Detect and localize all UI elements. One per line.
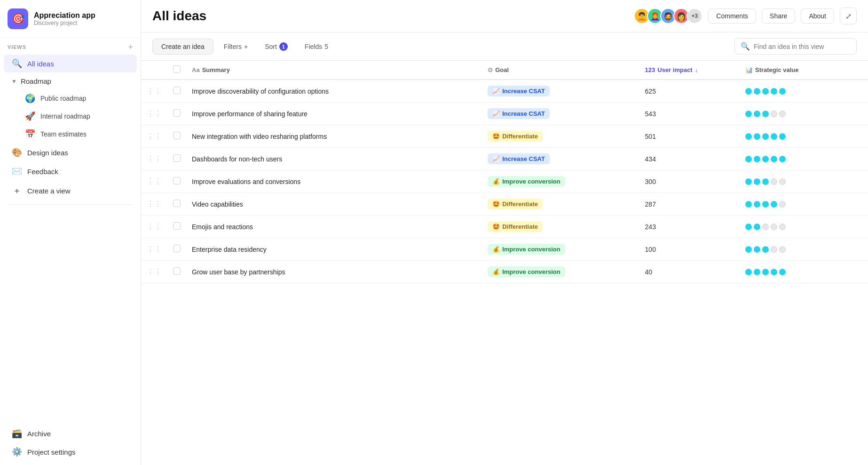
- th-impact-label: User impact: [657, 66, 692, 73]
- comments-button[interactable]: Comments: [708, 8, 756, 24]
- drag-cell: ⋮⋮: [141, 103, 167, 125]
- share-button[interactable]: Share: [762, 8, 795, 24]
- goal-badge[interactable]: 💰 Improve conversion: [488, 176, 565, 187]
- th-strategic[interactable]: 📊 Strategic value: [740, 61, 868, 80]
- drag-handle-icon[interactable]: ⋮⋮: [147, 132, 162, 140]
- idea-summary[interactable]: Improve evaluations and conversions: [192, 178, 300, 185]
- public-roadmap-icon: 🌍: [24, 93, 36, 104]
- row-checkbox[interactable]: [173, 109, 181, 117]
- goal-badge[interactable]: 📈 Increase CSAT: [488, 153, 550, 164]
- dot-filled: [771, 201, 777, 208]
- drag-cell: ⋮⋮: [141, 148, 167, 170]
- drag-handle-icon[interactable]: ⋮⋮: [147, 223, 162, 231]
- toolbar: Create an idea Filters + Sort 1 Fields 5…: [141, 32, 868, 61]
- sidebar-item-public-roadmap[interactable]: 🌍 Public roadmap: [4, 90, 137, 107]
- search-box[interactable]: 🔍: [734, 38, 857, 55]
- summary-cell: Dashboards for non-tech users: [186, 148, 482, 170]
- sidebar-item-archive[interactable]: 🗃️ Archive: [4, 425, 137, 442]
- dots-group: [745, 201, 862, 208]
- ideas-table: Aa Summary ⊙ Goal 123 User impact: [141, 61, 868, 283]
- dots-group: [745, 224, 862, 230]
- drag-handle-icon[interactable]: ⋮⋮: [147, 87, 162, 95]
- dot-filled: [762, 246, 769, 253]
- filters-button[interactable]: Filters +: [217, 40, 254, 54]
- idea-summary[interactable]: Emojis and reactions: [192, 223, 253, 231]
- sidebar-item-all-ideas[interactable]: 🔍 All ideas: [4, 55, 137, 72]
- drag-handle-icon[interactable]: ⋮⋮: [147, 110, 162, 118]
- drag-handle-icon[interactable]: ⋮⋮: [147, 268, 162, 276]
- row-checkbox[interactable]: [173, 267, 181, 275]
- th-summary[interactable]: Aa Summary: [186, 61, 482, 80]
- table-row[interactable]: ⋮⋮ Emojis and reactions 🤩 Differentiate …: [141, 216, 868, 238]
- idea-summary[interactable]: Dashboards for non-tech users: [192, 155, 282, 163]
- search-input[interactable]: [754, 43, 851, 50]
- row-checkbox[interactable]: [173, 177, 181, 184]
- th-impact[interactable]: 123 User impact ↓: [639, 61, 740, 80]
- sidebar-item-team-estimates[interactable]: 📅 Team estimates: [4, 126, 137, 143]
- table-row[interactable]: ⋮⋮ Video capabilities 🤩 Differentiate 28…: [141, 193, 868, 216]
- goal-emoji: 📈: [492, 155, 500, 162]
- sort-button[interactable]: Sort 1: [258, 39, 294, 54]
- table-row[interactable]: ⋮⋮ Dashboards for non-tech users 📈 Incre…: [141, 148, 868, 170]
- dot-filled: [762, 178, 769, 185]
- goal-badge[interactable]: 🤩 Differentiate: [488, 199, 543, 209]
- drag-handle-icon[interactable]: ⋮⋮: [147, 245, 162, 253]
- goal-label: Increase CSAT: [502, 110, 545, 117]
- impact-value: 625: [645, 88, 656, 95]
- dot-filled: [762, 133, 769, 140]
- goal-badge[interactable]: 📈 Increase CSAT: [488, 86, 550, 96]
- sidebar-bottom: 🗃️ Archive ⚙️ Project settings: [0, 424, 141, 465]
- goal-emoji: 🤩: [492, 223, 500, 230]
- dot-filled: [754, 133, 760, 140]
- sidebar-item-design-ideas[interactable]: 🎨 Design ideas: [4, 144, 137, 161]
- idea-summary[interactable]: New integration with video resharing pla…: [192, 133, 327, 140]
- goal-badge[interactable]: 🤩 Differentiate: [488, 131, 543, 142]
- idea-summary[interactable]: Video capabilities: [192, 200, 243, 208]
- goal-cell: 💰 Improve conversion: [482, 238, 639, 261]
- dot-filled: [745, 111, 752, 117]
- goal-badge[interactable]: 📈 Increase CSAT: [488, 108, 550, 119]
- table-row[interactable]: ⋮⋮ Improve evaluations and conversions 💰…: [141, 170, 868, 193]
- goal-badge[interactable]: 💰 Improve conversion: [488, 244, 565, 255]
- sidebar-item-internal-roadmap[interactable]: 🚀 Internal roadmap: [4, 108, 137, 125]
- fields-button[interactable]: Fields 5: [298, 40, 335, 54]
- sidebar-item-feedback[interactable]: ✉️ Feedback: [4, 162, 137, 180]
- table-row[interactable]: ⋮⋮ Improve discoverability of configurat…: [141, 80, 868, 103]
- drag-handle-icon[interactable]: ⋮⋮: [147, 200, 162, 208]
- dots-group: [745, 111, 862, 117]
- create-idea-button[interactable]: Create an idea: [152, 39, 213, 55]
- design-ideas-label: Design ideas: [27, 149, 68, 157]
- table-row[interactable]: ⋮⋮ New integration with video resharing …: [141, 125, 868, 148]
- row-checkbox[interactable]: [173, 154, 181, 162]
- sidebar-roadmap-group[interactable]: ▼ Roadmap: [4, 73, 137, 89]
- sort-arrow-icon: ↓: [695, 66, 698, 73]
- table-row[interactable]: ⋮⋮ Improve performance of sharing featur…: [141, 103, 868, 125]
- expand-button[interactable]: ⤢: [840, 8, 857, 24]
- row-checkbox[interactable]: [173, 245, 181, 252]
- idea-summary[interactable]: Grow user base by partnerships: [192, 268, 285, 276]
- sidebar-item-project-settings[interactable]: ⚙️ Project settings: [4, 443, 137, 461]
- idea-summary[interactable]: Improve performance of sharing feature: [192, 110, 308, 118]
- row-checkbox[interactable]: [173, 222, 181, 230]
- drag-handle-icon[interactable]: ⋮⋮: [147, 155, 162, 163]
- goal-badge[interactable]: 🤩 Differentiate: [488, 221, 543, 232]
- th-drag: [141, 61, 167, 80]
- sidebar-item-create-view[interactable]: ＋ Create a view: [4, 181, 137, 200]
- header-checkbox[interactable]: [173, 65, 181, 73]
- goal-emoji: 📈: [492, 88, 500, 95]
- idea-summary[interactable]: Enterprise data residency: [192, 246, 267, 253]
- impact-cell: 100: [639, 238, 740, 261]
- idea-summary[interactable]: Improve discoverability of configuration…: [192, 88, 329, 95]
- row-checkbox[interactable]: [173, 200, 181, 207]
- drag-handle-icon[interactable]: ⋮⋮: [147, 177, 162, 185]
- row-checkbox[interactable]: [173, 132, 181, 139]
- page-title: All ideas: [152, 8, 628, 24]
- table-row[interactable]: ⋮⋮ Grow user base by partnerships 💰 Impr…: [141, 261, 868, 283]
- dot-filled: [779, 156, 786, 162]
- add-view-icon[interactable]: +: [128, 43, 133, 51]
- goal-badge[interactable]: 💰 Improve conversion: [488, 266, 565, 277]
- table-row[interactable]: ⋮⋮ Enterprise data residency 💰 Improve c…: [141, 238, 868, 261]
- th-goal[interactable]: ⊙ Goal: [482, 61, 639, 80]
- about-button[interactable]: About: [801, 8, 834, 24]
- row-checkbox[interactable]: [173, 87, 181, 94]
